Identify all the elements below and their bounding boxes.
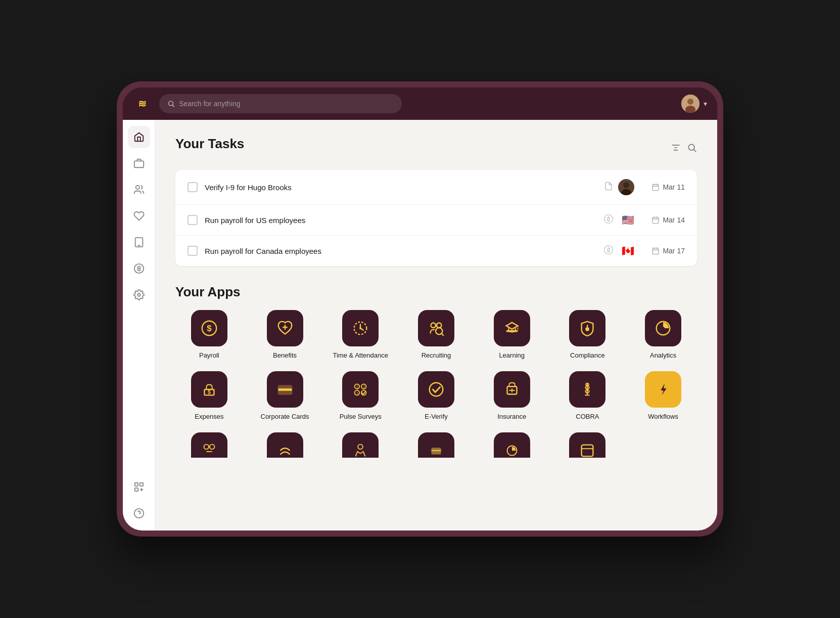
task-checkbox-3[interactable]	[188, 246, 198, 256]
task-checkbox-2[interactable]	[188, 215, 198, 225]
app-item-recruiting[interactable]: Recruiting	[402, 310, 470, 359]
app-item-benefits[interactable]: Benefits	[251, 310, 319, 359]
table-row: Run payroll for US employees 🇺🇸	[175, 205, 697, 236]
search-icon	[167, 100, 175, 108]
task-date-1: Mar 11	[651, 183, 685, 191]
avatar[interactable]	[681, 95, 699, 113]
apps-title: Your Apps	[175, 284, 697, 300]
svg-point-78	[358, 445, 363, 450]
logo-icon: ≋	[133, 95, 151, 113]
app-item-cobra[interactable]: COBRA	[554, 371, 622, 420]
top-right: ▾	[681, 95, 707, 113]
device-frame: ≋ ▾	[117, 81, 723, 537]
svg-text::): :)	[356, 385, 358, 389]
app-item-time[interactable]: Time & Attendance	[326, 310, 394, 359]
svg-text::): :)	[356, 391, 358, 395]
app-label-expenses: Expenses	[195, 413, 223, 420]
app-icon-partial-5	[494, 432, 530, 458]
filter-icon[interactable]	[671, 143, 681, 155]
app-icon-workflows	[645, 371, 681, 408]
task-icons-3: 🇨🇦	[603, 245, 634, 257]
app-item-partial-3[interactable]	[326, 432, 394, 458]
app-item-partial-1[interactable]	[175, 432, 243, 458]
top-bar: ≋ ▾	[123, 87, 717, 120]
app-item-partial-2[interactable]	[251, 432, 319, 458]
table-row: Verify I-9 for Hugo Brooks	[175, 170, 697, 205]
app-item-partial-5[interactable]	[478, 432, 546, 458]
app-item-partial-4[interactable]	[402, 432, 470, 458]
payroll-dollar-icon	[603, 214, 614, 226]
app-icon-expenses: $	[191, 371, 227, 408]
avatar-hugo	[618, 179, 634, 195]
app-label-time: Time & Attendance	[333, 351, 388, 359]
app-item-surveys[interactable]: :) :) :) Pulse Surveys	[326, 371, 394, 420]
svg-point-56	[662, 327, 665, 330]
svg-rect-36	[652, 248, 659, 254]
flag-ca: 🇨🇦	[622, 245, 634, 257]
app-item-analytics[interactable]: Analytics	[629, 310, 697, 359]
sidebar-item-home[interactable]	[128, 126, 150, 148]
payroll-dollar-icon-2	[603, 245, 614, 257]
svg-rect-82	[582, 445, 593, 457]
app-item-corporate-cards[interactable]: Corporate Cards	[251, 371, 319, 420]
app-icon-learning	[494, 310, 530, 346]
search-input[interactable]	[179, 100, 394, 108]
sidebar-item-settings[interactable]	[128, 284, 150, 306]
app-item-learning[interactable]: Learning	[478, 310, 546, 359]
app-label-surveys: Pulse Surveys	[340, 413, 382, 420]
app-item-workflows[interactable]: Workflows	[629, 371, 697, 420]
tasks-header-icons	[671, 143, 697, 155]
app-icon-partial-3	[342, 432, 379, 458]
app-item-partial-6[interactable]	[554, 432, 622, 458]
app-icon-time	[342, 310, 379, 346]
calendar-icon-3	[651, 247, 660, 255]
task-date-text-1: Mar 11	[663, 183, 685, 191]
sidebar-item-add-apps[interactable]	[128, 476, 150, 498]
app-label-learning: Learning	[499, 351, 525, 359]
search-bar-container[interactable]	[159, 94, 402, 113]
doc-icon	[604, 182, 613, 193]
svg-point-49	[437, 323, 442, 328]
svg-rect-13	[134, 488, 137, 491]
task-checkbox-1[interactable]	[188, 182, 198, 192]
apps-grid: $ Payroll	[175, 310, 697, 420]
sidebar-item-tablet[interactable]	[128, 231, 150, 253]
task-list: Verify I-9 for Hugo Brooks	[175, 170, 697, 266]
sidebar	[123, 120, 155, 531]
svg-rect-5	[134, 161, 143, 167]
app-icon-insurance	[494, 371, 530, 408]
app-item-expenses[interactable]: $ Expenses	[175, 371, 243, 420]
svg-rect-26	[652, 185, 659, 191]
sidebar-item-payroll[interactable]	[128, 257, 150, 280]
app-icon-benefits	[267, 310, 303, 346]
app-icon-cobra	[569, 371, 605, 408]
search-tasks-icon[interactable]	[687, 143, 697, 155]
task-icons-1	[604, 179, 634, 195]
svg-text::): :)	[363, 385, 365, 389]
task-date-2: Mar 14	[651, 216, 685, 224]
svg-rect-12	[139, 483, 143, 486]
app-item-everify[interactable]: E-Verify	[402, 371, 470, 420]
sidebar-item-help[interactable]	[128, 502, 150, 524]
app-item-insurance[interactable]: Insurance	[478, 371, 546, 420]
calendar-icon-1	[651, 183, 660, 191]
app-label-cobra: COBRA	[576, 413, 599, 420]
svg-line-51	[441, 333, 443, 335]
sidebar-item-people[interactable]	[128, 179, 150, 201]
svg-point-6	[135, 186, 139, 189]
app-label-insurance: Insurance	[497, 413, 526, 420]
app-label-payroll: Payroll	[199, 351, 219, 359]
flag-us: 🇺🇸	[622, 214, 634, 226]
app-item-compliance[interactable]: Compliance	[554, 310, 622, 359]
svg-point-47	[359, 327, 361, 329]
task-date-text-2: Mar 14	[663, 216, 685, 224]
task-date-text-3: Mar 17	[663, 247, 685, 255]
sidebar-item-benefits[interactable]	[128, 205, 150, 227]
svg-point-48	[431, 323, 436, 328]
calendar-icon-2	[651, 216, 660, 224]
svg-line-1	[172, 105, 174, 107]
app-label-workflows: Workflows	[648, 413, 678, 420]
task-date-3: Mar 17	[651, 247, 685, 255]
app-item-payroll[interactable]: $ Payroll	[175, 310, 243, 359]
sidebar-item-jobs[interactable]	[128, 152, 150, 174]
